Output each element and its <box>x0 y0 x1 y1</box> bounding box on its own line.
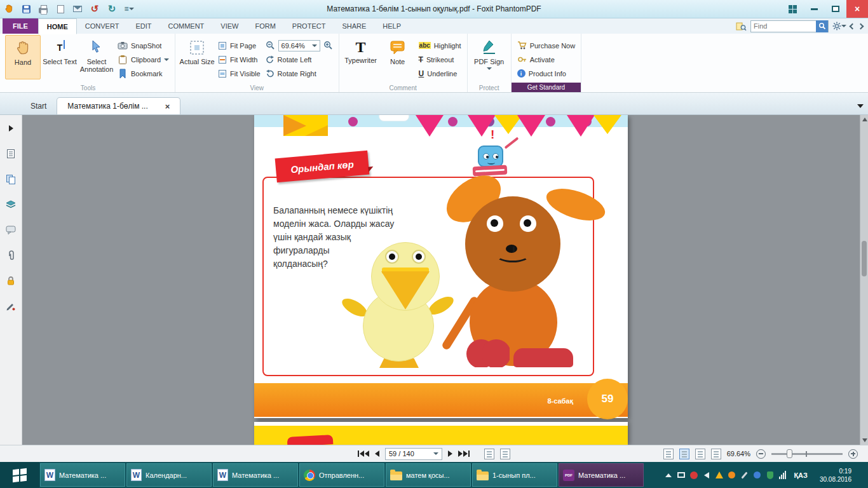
minimize-button[interactable] <box>803 0 825 18</box>
print-preview-button[interactable] <box>54 2 67 16</box>
underline-button[interactable]: Underline <box>417 67 463 79</box>
tray-display-icon[interactable] <box>677 471 685 479</box>
taskbar-item-word-1[interactable]: Математика ... <box>40 463 125 487</box>
doc-tab-current[interactable]: Математика 1-бөлім ... <box>57 97 180 114</box>
zoom-out-button[interactable] <box>756 449 766 459</box>
tab-protect[interactable]: PROTECT <box>284 18 334 34</box>
tab-list-caret[interactable] <box>857 104 864 108</box>
find-input[interactable] <box>751 21 816 32</box>
next-view-button[interactable] <box>500 449 510 459</box>
select-text-button[interactable]: Select Text <box>42 35 78 79</box>
close-button[interactable] <box>846 0 868 18</box>
pdf-sign-button[interactable]: PDF Sign <box>471 35 507 79</box>
taskbar-clock[interactable]: 0:19 30.08.2016 <box>815 467 857 484</box>
maximize-button[interactable] <box>825 0 846 18</box>
rotate-left-button[interactable]: Rotate Left <box>264 53 335 65</box>
panel-security-button[interactable] <box>1 273 20 288</box>
app-hand-icon[interactable] <box>3 2 15 16</box>
redo-button[interactable] <box>105 2 118 16</box>
fit-page-button[interactable]: Fit Page <box>216 39 262 51</box>
taskbar-item-word-2[interactable]: Календарн... <box>126 463 212 487</box>
zoom-slider-thumb[interactable] <box>787 449 792 458</box>
tab-file[interactable]: FILE <box>3 18 38 34</box>
clipboard-button[interactable]: Clipboard <box>116 53 171 65</box>
panel-comments-button[interactable] <box>1 222 20 238</box>
tray-red-badge-icon[interactable] <box>689 471 698 479</box>
tray-blue-ball-icon[interactable] <box>753 471 761 479</box>
page-number-combobox[interactable]: 59 / 140 <box>385 448 442 460</box>
start-button[interactable] <box>0 462 39 488</box>
previous-page-button[interactable] <box>375 448 379 459</box>
taskbar-item-folder-2[interactable]: 1-сынып пл... <box>472 463 557 487</box>
tab-close-icon[interactable] <box>165 102 170 111</box>
continuous-view-button[interactable] <box>679 449 689 459</box>
zoom-combobox[interactable]: 69.64% <box>278 40 320 51</box>
doc-tab-start[interactable]: Start <box>20 97 57 114</box>
tray-volume-icon[interactable] <box>702 471 710 479</box>
panel-bookmarks-button[interactable] <box>1 146 20 161</box>
taskbar-item-word-3[interactable]: Математика ... <box>213 463 298 487</box>
tab-form[interactable]: FORM <box>247 18 283 34</box>
panel-signatures-button[interactable] <box>1 298 20 314</box>
taskbar-item-foxit[interactable]: Математика ... <box>559 463 644 487</box>
zoom-slider[interactable] <box>771 449 843 458</box>
single-page-view-button[interactable] <box>663 449 674 459</box>
tray-shield-icon[interactable] <box>766 471 774 479</box>
taskbar-item-chrome[interactable]: Отправленн... <box>299 463 384 487</box>
tab-edit[interactable]: EDIT <box>127 18 159 34</box>
scroll-down-icon[interactable] <box>862 438 867 442</box>
bookmark-button[interactable]: Bookmark <box>116 67 171 79</box>
chevron-right-icon[interactable] <box>858 23 864 29</box>
zoom-in-button[interactable] <box>323 41 333 50</box>
first-page-button[interactable] <box>358 448 369 459</box>
tab-convert[interactable]: CONVERT <box>77 18 128 34</box>
panel-expand-button[interactable] <box>1 120 20 136</box>
last-page-button[interactable] <box>458 448 470 459</box>
typewriter-button[interactable]: Typewriter <box>343 35 379 79</box>
tray-orange-ball-icon[interactable] <box>728 471 736 479</box>
zoom-out-button[interactable] <box>266 41 275 50</box>
highlight-button[interactable]: Highlight <box>417 39 463 51</box>
get-standard-banner[interactable]: Get Standard <box>512 83 581 92</box>
note-button[interactable]: Note <box>380 35 416 79</box>
purchase-now-button[interactable]: Purchase Now <box>515 39 578 51</box>
activate-button[interactable]: Activate <box>515 53 578 65</box>
hand-tool-button[interactable]: Hand <box>5 35 41 79</box>
chevron-left-icon[interactable] <box>850 23 856 29</box>
fit-width-button[interactable]: Fit Width <box>216 53 262 65</box>
tab-help[interactable]: HELP <box>374 18 409 34</box>
zoom-in-button[interactable] <box>848 449 858 459</box>
previous-view-button[interactable] <box>484 449 494 459</box>
find-doc-icon[interactable] <box>736 22 747 31</box>
taskbar-item-folder-1[interactable]: матем қосы... <box>386 463 471 487</box>
panel-pages-button[interactable] <box>1 171 20 187</box>
next-page-button[interactable] <box>448 448 452 459</box>
tray-network-icon[interactable] <box>778 471 787 479</box>
save-button[interactable] <box>20 2 32 16</box>
document-canvas[interactable]: ! Орындап көр Балапанның немесе күшіктің… <box>22 115 868 445</box>
snapshot-button[interactable]: SnapShot <box>116 39 171 51</box>
select-annotation-button[interactable]: Select Annotation <box>79 35 114 79</box>
tab-share[interactable]: SHARE <box>334 18 374 34</box>
tab-comment[interactable]: COMMENT <box>160 18 213 34</box>
facing-view-button[interactable] <box>695 449 705 459</box>
settings-gear-button[interactable] <box>832 22 846 30</box>
fit-visible-button[interactable]: Fit Visible <box>216 67 262 79</box>
actual-size-button[interactable]: Actual Size <box>179 35 215 79</box>
panel-attachments-button[interactable] <box>1 247 20 263</box>
tray-pencil-icon[interactable] <box>740 471 749 479</box>
language-indicator[interactable]: ҚАЗ <box>791 471 810 479</box>
customize-quick-access-button[interactable] <box>123 2 135 16</box>
vertical-scrollbar[interactable] <box>860 115 868 445</box>
tab-home[interactable]: HOME <box>38 18 77 34</box>
scrollbar-thumb[interactable] <box>862 241 867 276</box>
panel-layers-button[interactable] <box>1 196 20 212</box>
email-button[interactable] <box>71 2 84 16</box>
print-button[interactable] <box>37 2 50 16</box>
ui-layout-button[interactable] <box>782 0 803 18</box>
undo-button[interactable] <box>88 2 101 16</box>
continuous-facing-view-button[interactable] <box>711 449 721 459</box>
find-search-button[interactable] <box>816 20 828 32</box>
scroll-up-icon[interactable] <box>862 118 867 121</box>
strikeout-button[interactable]: Strikeout <box>417 53 463 65</box>
